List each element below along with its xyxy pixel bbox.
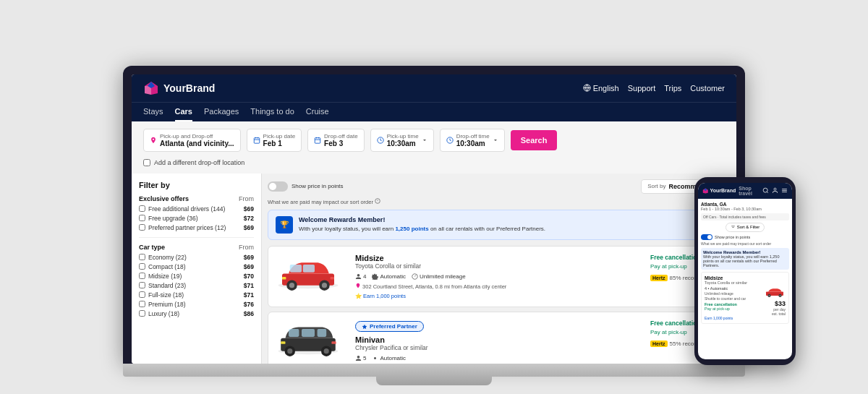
price-toggle-switch[interactable] [268,181,288,192]
filter-preferred-prices[interactable]: Preferred partner prices (12) $69 [139,224,254,231]
phone-rewards-banner: Welcome Rewards Member! With your loyalt… [701,248,789,270]
rewards-body: With your loyalty status, you will earn … [299,226,545,232]
subnav-stays[interactable]: Stays [143,103,163,121]
svg-rect-37 [281,341,285,344]
support-link[interactable]: Support [628,84,656,93]
phone-car-img [764,286,786,299]
phone-rewards-text: With your loyalty status, you will earn … [703,254,779,267]
phone-filter-label: Sort & Filter [737,225,760,229]
different-dropoff-checkbox[interactable] [143,159,150,166]
dropoff-time-field[interactable]: Drop-off time 10:30am [440,129,505,152]
car-passengers: 4 [355,273,366,280]
location-icon [355,283,361,288]
phone-toggle-switch[interactable] [701,234,712,240]
pickup-location-label: Pick-up and Drop-off [160,133,234,140]
phone: YourBrand Shop travel Atlanta, GA Feb 1 … [694,177,796,365]
gear2-icon [372,355,378,361]
language-selector[interactable]: English [583,84,619,93]
brand-name: YourBrand [163,82,215,94]
filter-free-upgrade-checkbox[interactable] [139,215,145,221]
filter-compact[interactable]: Compact (18) $69 [139,263,254,270]
filter-midsize-checkbox[interactable] [139,273,145,279]
globe-icon [583,84,591,92]
car-details-minivan: Preferred Partner Minivan Chrysler Pacif… [355,320,643,364]
nav-right: English Support Trips Customer [583,84,725,93]
phone-earn: Earn 1,000 points [705,316,786,320]
customer-link[interactable]: Customer [690,84,725,93]
filter-premium[interactable]: Premium (18) $76 [139,301,254,308]
car-card-minivan[interactable]: Preferred Partner Minivan Chrysler Pacif… [268,312,731,364]
car-card-midsize[interactable]: Midsize Toyota Corolla or similar 4 [268,246,731,307]
car-category-minivan: Minivan [355,335,643,344]
main-content: Filter by Exclusive offers From Free add… [132,174,736,364]
filter-free-drivers[interactable]: Free additional drivers (144) $69 [139,205,254,213]
phone-toggle-row: Show price in points [701,234,789,240]
navbar: YourBrand English Support Trips Customer [132,74,736,102]
search-button[interactable]: Search [511,130,558,150]
subnav-cars[interactable]: Cars [175,103,192,121]
pickup-time-label: Pick-up time [387,133,419,140]
pickup-location-value: Atlanta (and vicinity... [160,140,234,147]
pickup-time-field[interactable]: Pick-up time 10:30am [370,129,434,152]
pin-icon [150,137,157,144]
trips-link[interactable]: Trips [664,84,681,93]
laptop-stand [376,377,492,385]
car-features-midsize: 4 Automatic Unlimited mileage [355,273,643,280]
svg-point-44 [774,188,776,190]
filter-luxury-checkbox[interactable] [139,310,145,317]
pickup-date-field[interactable]: Pick-up date Feb 1 [247,129,302,152]
subnav-cruise[interactable]: Cruise [306,103,329,121]
subnav-packages[interactable]: Packages [204,103,239,121]
calendar2-icon [314,137,321,144]
chevron-down2-icon [493,137,498,143]
svg-rect-32 [318,329,327,337]
phone-car-card[interactable]: Midsize Toyota Corolla or similar 4 • Au… [701,272,789,324]
filter-economy[interactable]: Economy (22) $69 [139,254,254,261]
phone-search-icon [762,187,769,194]
svg-point-36 [324,348,329,354]
pickup-location-field[interactable]: Pick-up and Drop-off Atlanta (and vicini… [143,129,241,152]
dropoff-time-label: Drop-off time [456,133,490,140]
filter-economy-checkbox[interactable] [139,254,145,260]
svg-marker-39 [362,324,367,328]
subnav: Stays Cars Packages Things to do Cruise [132,102,736,121]
filter-fullsize-checkbox[interactable] [139,291,145,298]
phone-car-title: Midsize [705,275,786,280]
subnav-things[interactable]: Things to do [250,103,294,121]
filter-midsize[interactable]: Midsize (19) $70 [139,273,254,280]
filter-standard[interactable]: Standard (23) $71 [139,282,254,289]
car-transmission-minivan: Automatic [372,355,406,361]
show-price-label: Show price in points [292,183,344,189]
filter-free-drivers-checkbox[interactable] [139,205,145,212]
filter-preferred-prices-checkbox[interactable] [139,224,145,231]
dropoff-date-label: Drop-off date [324,133,358,140]
svg-rect-31 [302,329,315,337]
filter-fullsize[interactable]: Full-size (18) $71 [139,291,254,299]
filter-luxury[interactable]: Luxury (18) $86 [139,310,254,317]
phone-car-sub: Toyota Corolla or similar [705,280,786,285]
rewards-text: Welcome Rewards Member! With your loyalt… [299,216,545,232]
phone-car-row: 4 • Automatic Unlimited mileage Shuttle … [705,286,786,316]
svg-rect-45 [782,189,787,189]
scene: YourBrand English Support Trips Customer [36,9,832,385]
phone-dates: Feb 1 - 10:30am - Feb 3, 10:30am [701,207,789,211]
phone-user-icon [772,187,778,194]
phone-car-mileage: Unlimited mileage [705,291,746,296]
car-image-midsize [276,254,348,299]
filter-icon [731,225,736,230]
price-toggle-knob [269,183,276,190]
svg-rect-47 [782,192,787,192]
laptop-screen: YourBrand English Support Trips Customer [132,74,736,364]
phone-sort-filter: Sort & Filter [701,223,789,232]
filter-standard-checkbox[interactable] [139,282,145,288]
show-price-toggle[interactable]: Show price in points [268,181,344,192]
dropoff-date-field[interactable]: Drop-off date Feb 3 [307,129,365,152]
filter-free-upgrade[interactable]: Free upgrade (36) $72 [139,215,254,222]
filter-premium-checkbox[interactable] [139,301,145,307]
phone-sort-btn[interactable]: Sort & Filter [726,223,765,232]
svg-point-53 [769,295,770,296]
svg-point-34 [287,348,292,354]
filter-compact-checkbox[interactable] [139,263,145,270]
car-model-minivan: Chrysler Pacifica or similar [355,344,643,351]
car-transmission: Automatic [372,273,406,280]
